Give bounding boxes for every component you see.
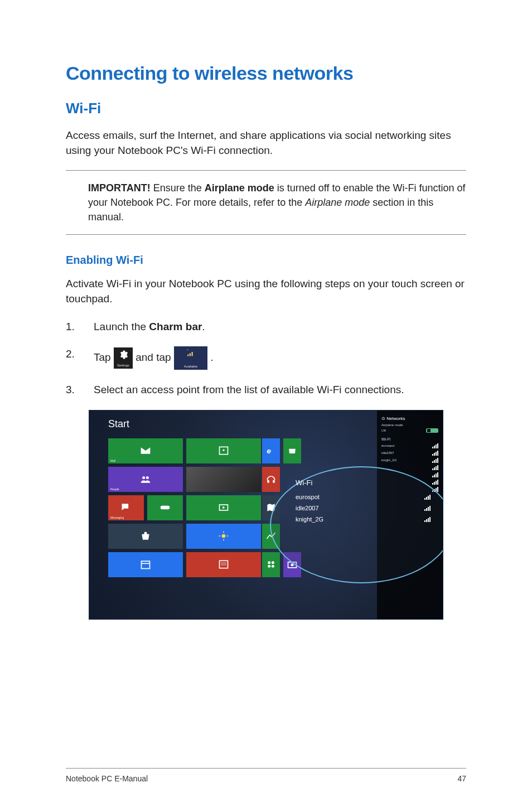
tile-desktop[interactable] xyxy=(186,467,261,492)
svg-rect-16 xyxy=(220,561,228,568)
step-1-bold: Charm bar xyxy=(149,321,202,332)
tile-finance[interactable] xyxy=(262,524,280,549)
wifi-available-label: Available xyxy=(174,364,207,369)
step-2-number: 2. xyxy=(66,346,75,362)
tile-messaging-label: Messaging xyxy=(110,516,124,519)
svg-point-22 xyxy=(268,561,270,564)
step-1-post: . xyxy=(202,321,205,332)
important-italic: Airplane mode xyxy=(305,197,370,208)
svg-point-27 xyxy=(291,564,294,567)
intro-paragraph: Access emails, surf the Internet, and sh… xyxy=(66,128,466,158)
svg-text:*: * xyxy=(187,349,188,352)
svg-rect-0 xyxy=(187,355,188,356)
airplane-mode-row[interactable]: Airplane mode xyxy=(381,423,438,427)
panel-network-row-2[interactable]: idle2007 xyxy=(381,450,438,456)
step-2: 2. Tap Settings and tap * Available . xyxy=(66,346,466,370)
signal-bars-icon xyxy=(432,472,438,477)
enable-intro: Activate Wi-Fi in your Notebook PC using… xyxy=(66,277,466,306)
settings-charm-icon: Settings xyxy=(114,347,133,369)
step-1-pre: Launch the xyxy=(94,321,149,332)
panel-network-row-extra[interactable] xyxy=(381,472,438,477)
important-note: IMPORTANT! Ensure the Airplane mode is t… xyxy=(66,170,466,235)
networks-panel-title: ⊙ Networks xyxy=(381,416,438,421)
airplane-mode-toggle-row[interactable]: Off xyxy=(381,428,438,433)
signal-bars-icon xyxy=(424,505,431,511)
tile-mail[interactable]: Mail xyxy=(108,438,183,463)
svg-point-5 xyxy=(223,450,224,451)
page-footer: Notebook PC E-Manual 47 xyxy=(66,768,466,783)
svg-point-7 xyxy=(146,476,149,479)
step-3-text: Select an access point from the list of … xyxy=(94,384,404,395)
svg-point-6 xyxy=(142,476,145,479)
step-3-number: 3. xyxy=(66,382,75,398)
airplane-mode-toggle[interactable] xyxy=(426,428,438,433)
tile-calendar[interactable] xyxy=(108,552,183,577)
signal-bars-icon xyxy=(432,450,438,456)
svg-rect-20 xyxy=(267,480,269,483)
panel-network-row-extra[interactable] xyxy=(381,465,438,470)
tile-camera[interactable] xyxy=(283,552,301,577)
section-heading-wifi: Wi-Fi xyxy=(66,100,466,117)
panel-wifi-section: Wi-Fi xyxy=(381,437,438,441)
step-1-number: 1. xyxy=(66,319,75,335)
tile-sports[interactable] xyxy=(262,552,280,577)
wifi-popup: Wi-Fi eurospot idle2007 knight_2G xyxy=(287,479,436,525)
step-3: 3. Select an access point from the list … xyxy=(66,382,466,398)
tile-photos[interactable] xyxy=(186,438,261,463)
important-label: IMPORTANT! xyxy=(88,182,151,194)
wifi-screenshot: Start Mail People Messaging e xyxy=(89,410,443,620)
important-bold-airplane: Airplane mode xyxy=(205,182,274,194)
tile-messaging[interactable]: Messaging xyxy=(108,495,144,520)
svg-rect-21 xyxy=(273,480,274,483)
wifi-available-icon: * Available xyxy=(174,346,207,370)
svg-point-25 xyxy=(272,565,274,568)
tile-people-label: People xyxy=(110,487,119,491)
svg-rect-14 xyxy=(142,561,150,568)
footer-page-number: 47 xyxy=(457,774,466,783)
step-2-post: . xyxy=(210,351,213,363)
tile-maps[interactable] xyxy=(262,495,280,520)
tile-mail-label: Mail xyxy=(110,459,115,462)
wifi-popup-item-2[interactable]: idle2007 xyxy=(287,503,436,514)
svg-rect-2 xyxy=(191,352,192,356)
svg-point-24 xyxy=(268,565,270,568)
important-text-pre: Ensure the xyxy=(151,182,205,194)
panel-network-row-1[interactable]: eurospot xyxy=(381,443,438,448)
tile-store[interactable] xyxy=(108,524,183,549)
signal-bars-icon xyxy=(424,516,431,522)
panel-network-row-3[interactable]: knight_2G xyxy=(381,457,438,463)
tile-news[interactable] xyxy=(186,552,261,577)
svg-text:e: e xyxy=(267,447,272,455)
page-title: Connecting to wireless networks xyxy=(66,62,466,84)
signal-bars-icon xyxy=(432,465,438,470)
svg-rect-1 xyxy=(190,353,191,356)
svg-point-9 xyxy=(222,534,226,538)
step-1: 1. Launch the Charm bar. xyxy=(66,319,466,335)
tile-ie[interactable]: e xyxy=(262,438,280,463)
tile-weather[interactable] xyxy=(186,524,261,549)
signal-bars-icon xyxy=(432,457,438,463)
tile-people[interactable]: People xyxy=(108,467,183,492)
start-tiles: Mail People Messaging xyxy=(108,438,261,577)
section-heading-enable-wifi: Enabling Wi-Fi xyxy=(66,254,466,267)
settings-charm-label: Settings xyxy=(114,363,133,368)
tile-music[interactable] xyxy=(262,467,280,492)
start-title: Start xyxy=(108,418,129,430)
tile-marketplace[interactable] xyxy=(283,438,301,463)
svg-point-23 xyxy=(272,561,274,564)
wifi-popup-item-1[interactable]: eurospot xyxy=(287,491,436,503)
signal-bars-icon xyxy=(432,443,438,448)
signal-bars-icon xyxy=(424,494,431,500)
step-2-mid: and tap xyxy=(136,351,174,363)
wifi-popup-item-3[interactable]: knight_2G xyxy=(287,514,436,525)
wifi-popup-title: Wi-Fi xyxy=(296,479,436,487)
tile-video[interactable] xyxy=(186,495,261,520)
steps-list: 1. Launch the Charm bar. 2. Tap Settings… xyxy=(66,319,466,398)
footer-title: Notebook PC E-Manual xyxy=(66,774,148,783)
step-2-pre: Tap xyxy=(94,351,114,363)
tile-games[interactable] xyxy=(147,495,183,520)
